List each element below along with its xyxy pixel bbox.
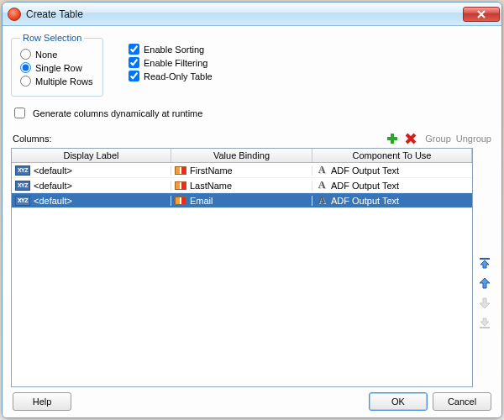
enable-filtering-label: Enable Filtering	[144, 58, 207, 68]
row-selection-single-radio[interactable]	[20, 62, 31, 73]
text-icon: A	[316, 180, 328, 192]
window-title: Create Table	[26, 8, 83, 20]
delete-column-button[interactable]	[403, 131, 418, 146]
plus-icon	[386, 132, 399, 145]
move-top-button[interactable]	[477, 255, 492, 270]
add-column-button[interactable]	[385, 131, 400, 146]
row-selection-single[interactable]: Single Row	[20, 62, 94, 73]
arrow-top-icon	[478, 256, 491, 270]
cell-value-binding: Email	[190, 196, 213, 206]
reorder-buttons	[476, 148, 493, 387]
ungroup-link: Ungroup	[456, 134, 491, 144]
arrow-up-icon	[478, 276, 491, 290]
label-icon: XYZ	[15, 181, 30, 191]
dialog-buttons: Help OK Cancel	[11, 387, 493, 412]
move-down-button[interactable]	[477, 296, 492, 311]
header-value-binding[interactable]: Value Binding	[171, 149, 312, 162]
row-selection-none-label: None	[35, 50, 57, 60]
app-icon	[8, 8, 21, 21]
read-only-table-checkbox[interactable]	[129, 71, 139, 81]
cell-value-binding: FirstName	[190, 165, 233, 176]
generate-dynamic-label: Generate columns dynamically at runtime	[33, 108, 202, 118]
close-button[interactable]	[463, 7, 500, 22]
row-selection-group: Row Selection None Single Row Multiple R…	[11, 33, 103, 97]
row-selection-multiple-radio[interactable]	[20, 76, 31, 87]
cancel-button[interactable]: Cancel	[433, 392, 491, 411]
generate-dynamic[interactable]: Generate columns dynamically at runtime	[11, 105, 493, 121]
enable-sorting[interactable]: Enable Sorting	[129, 44, 213, 55]
enable-filtering[interactable]: Enable Filtering	[129, 57, 213, 68]
binding-icon	[175, 197, 186, 205]
row-selection-single-label: Single Row	[35, 63, 82, 73]
label-icon: XYZ	[15, 196, 30, 206]
cell-display-label: <default>	[34, 196, 72, 206]
titlebar[interactable]: Create Table	[3, 3, 501, 26]
move-bottom-button[interactable]	[477, 316, 492, 331]
text-icon: A	[316, 165, 328, 176]
cell-display-label: <default>	[34, 165, 72, 176]
group-link: Group	[425, 134, 451, 144]
table-body: XYZ<default>FirstNameAADF Output TextXYZ…	[12, 163, 472, 386]
cell-display-label: <default>	[34, 181, 72, 191]
read-only-table[interactable]: Read-Only Table	[129, 71, 213, 81]
dialog-content: Row Selection None Single Row Multiple R…	[3, 26, 501, 417]
table-row[interactable]: XYZ<default>LastNameAADF Output Text	[12, 178, 472, 193]
arrow-down-icon	[478, 297, 491, 310]
table-row[interactable]: XYZ<default>EmailAADF Output Text	[12, 193, 472, 208]
header-component[interactable]: Component To Use	[312, 149, 472, 162]
cell-component: ADF Output Text	[331, 181, 399, 191]
text-icon: A	[316, 195, 328, 207]
cell-value-binding: LastName	[190, 181, 232, 191]
row-selection-legend: Row Selection	[20, 33, 84, 43]
table-row[interactable]: XYZ<default>FirstNameAADF Output Text	[12, 163, 472, 178]
columns-label: Columns:	[13, 134, 51, 144]
close-icon	[477, 10, 486, 18]
row-selection-multiple[interactable]: Multiple Rows	[20, 76, 94, 87]
table-header: Display Label Value Binding Component To…	[12, 149, 472, 163]
label-icon: XYZ	[15, 165, 30, 176]
arrow-bottom-icon	[478, 317, 491, 330]
cell-component: ADF Output Text	[331, 196, 399, 206]
binding-icon	[175, 166, 186, 175]
columns-table[interactable]: Display Label Value Binding Component To…	[11, 148, 473, 387]
header-display-label[interactable]: Display Label	[12, 149, 171, 162]
row-selection-none[interactable]: None	[20, 49, 94, 60]
enable-sorting-label: Enable Sorting	[144, 45, 204, 55]
row-selection-none-radio[interactable]	[20, 49, 31, 60]
ok-button[interactable]: OK	[369, 392, 428, 411]
columns-toolbar: Columns: Group Ungroup	[11, 129, 493, 148]
help-button[interactable]: Help	[13, 392, 71, 411]
move-up-button[interactable]	[477, 276, 492, 291]
row-selection-multiple-label: Multiple Rows	[35, 76, 92, 87]
enable-filtering-checkbox[interactable]	[129, 57, 139, 68]
generate-dynamic-checkbox[interactable]	[14, 108, 25, 118]
x-icon	[405, 133, 417, 144]
feature-checkboxes: Enable Sorting Enable Filtering Read-Onl…	[129, 33, 213, 97]
enable-sorting-checkbox[interactable]	[129, 44, 139, 55]
binding-icon	[175, 181, 186, 190]
dialog-window: Create Table Row Selection None Single R…	[2, 2, 502, 418]
read-only-table-label: Read-Only Table	[144, 71, 213, 81]
cell-component: ADF Output Text	[331, 165, 399, 176]
